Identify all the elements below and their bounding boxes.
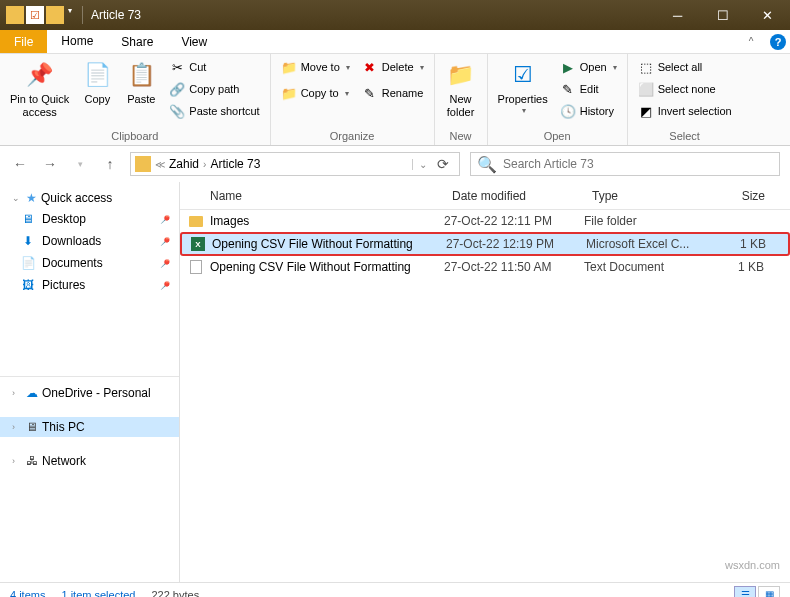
close-button[interactable]: ✕ xyxy=(745,0,790,30)
paste-shortcut-button[interactable]: 📎Paste shortcut xyxy=(165,101,263,121)
nav-this-pc[interactable]: ›🖥This PC xyxy=(0,417,179,437)
search-box[interactable]: 🔍 xyxy=(470,152,780,176)
file-icon: X xyxy=(190,236,206,252)
file-list: Name Date modified Type Size Images27-Oc… xyxy=(180,182,790,582)
rename-icon: ✎ xyxy=(362,85,378,101)
file-name: Opening CSV File Without Formatting xyxy=(210,260,411,274)
edit-button[interactable]: ✎Edit xyxy=(556,79,621,99)
status-bar: 4 items 1 item selected 222 bytes ☰ ▦ xyxy=(0,582,790,597)
copy-button[interactable]: 📄 Copy xyxy=(77,57,117,108)
pin-icon: 📍 xyxy=(157,233,173,249)
status-selected: 1 item selected xyxy=(61,589,135,598)
column-type[interactable]: Type xyxy=(584,189,704,203)
status-size: 222 bytes xyxy=(151,589,199,598)
history-dropdown[interactable]: ⌄ xyxy=(412,159,427,170)
nav-documents[interactable]: 📄Documents📍 xyxy=(0,252,179,274)
delete-button[interactable]: ✖Delete▾ xyxy=(358,57,428,77)
maximize-button[interactable]: ☐ xyxy=(700,0,745,30)
cut-button[interactable]: ✂Cut xyxy=(165,57,263,77)
chevron-down-icon: ▾ xyxy=(345,89,349,98)
file-type: Text Document xyxy=(584,260,704,274)
minimize-button[interactable]: ─ xyxy=(655,0,700,30)
select-none-button[interactable]: ⬜Select none xyxy=(634,79,736,99)
details-view-button[interactable]: ☰ xyxy=(734,586,756,598)
path-segment[interactable]: Article 73 xyxy=(210,157,260,171)
invert-selection-button[interactable]: ◩Invert selection xyxy=(634,101,736,121)
thumbnails-view-button[interactable]: ▦ xyxy=(758,586,780,598)
desktop-icon: 🖥 xyxy=(20,211,36,227)
copy-icon: 📄 xyxy=(81,59,113,91)
qat-icon[interactable]: ☑ xyxy=(26,6,44,24)
tab-view[interactable]: View xyxy=(167,30,221,53)
help-button[interactable]: ? xyxy=(766,30,790,53)
refresh-button[interactable]: ⟳ xyxy=(431,154,455,174)
column-size[interactable]: Size xyxy=(704,189,774,203)
new-folder-button[interactable]: 📁 New folder xyxy=(441,57,481,121)
chevron-icon[interactable]: ≪ xyxy=(155,159,165,170)
search-input[interactable] xyxy=(503,157,773,171)
chevron-down-icon: ▾ xyxy=(522,106,526,116)
cut-icon: ✂ xyxy=(169,59,185,75)
column-date[interactable]: Date modified xyxy=(444,189,584,203)
select-none-icon: ⬜ xyxy=(638,81,654,97)
history-icon: 🕓 xyxy=(560,103,576,119)
select-all-button[interactable]: ⬚Select all xyxy=(634,57,736,77)
breadcrumb[interactable]: ≪ Zahid › Article 73 ⌄ ⟳ xyxy=(130,152,460,176)
group-open: ☑ Properties ▾ ▶Open▾ ✎Edit 🕓History Ope… xyxy=(488,54,628,145)
folder-icon xyxy=(46,6,64,24)
file-name: Opening CSV File Without Formatting xyxy=(212,237,413,251)
ribbon: 📌 Pin to Quick access 📄 Copy 📋 Paste ✂Cu… xyxy=(0,54,790,146)
file-icon xyxy=(188,213,204,229)
recent-button[interactable]: ▾ xyxy=(70,154,90,174)
tab-file[interactable]: File xyxy=(0,30,47,53)
up-button[interactable]: ↑ xyxy=(100,154,120,174)
file-row[interactable]: Opening CSV File Without Formatting27-Oc… xyxy=(180,256,790,278)
back-button[interactable]: ← xyxy=(10,154,30,174)
file-row[interactable]: Images27-Oct-22 12:11 PMFile folder xyxy=(180,210,790,232)
nav-desktop[interactable]: 🖥Desktop📍 xyxy=(0,208,179,230)
file-type: File folder xyxy=(584,214,704,228)
folder-icon xyxy=(6,6,24,24)
forward-button[interactable]: → xyxy=(40,154,60,174)
file-size: 1 KB xyxy=(706,237,776,251)
properties-button[interactable]: ☑ Properties ▾ xyxy=(494,57,552,118)
file-date: 27-Oct-22 12:11 PM xyxy=(444,214,584,228)
pictures-icon: 🖼 xyxy=(20,277,36,293)
column-name[interactable]: Name xyxy=(180,189,444,203)
tab-share[interactable]: Share xyxy=(107,30,167,53)
paste-icon: 📋 xyxy=(125,59,157,91)
paste-button[interactable]: 📋 Paste xyxy=(121,57,161,108)
group-label: New xyxy=(441,128,481,142)
invert-icon: ◩ xyxy=(638,103,654,119)
path-segment[interactable]: Zahid xyxy=(169,157,199,171)
chevron-down-icon: ▾ xyxy=(420,63,424,72)
move-to-button[interactable]: 📁Move to▾ xyxy=(277,57,354,77)
nav-network[interactable]: ›🖧Network xyxy=(0,451,179,471)
pin-to-quick-access-button[interactable]: 📌 Pin to Quick access xyxy=(6,57,73,121)
file-type: Microsoft Excel C... xyxy=(586,237,706,251)
quick-access-section[interactable]: ⌄★Quick access xyxy=(0,188,179,208)
collapse-ribbon-button[interactable]: ^ xyxy=(736,30,766,53)
chevron-icon[interactable]: › xyxy=(203,159,206,170)
tab-home[interactable]: Home xyxy=(47,30,107,53)
copy-to-icon: 📁 xyxy=(281,85,297,101)
copy-path-button[interactable]: 🔗Copy path xyxy=(165,79,263,99)
open-button[interactable]: ▶Open▾ xyxy=(556,57,621,77)
nav-onedrive[interactable]: ›☁OneDrive - Personal xyxy=(0,383,179,403)
title-bar: ☑ ▾ Article 73 ─ ☐ ✕ xyxy=(0,0,790,30)
file-row[interactable]: XOpening CSV File Without Formatting27-O… xyxy=(180,232,790,256)
history-button[interactable]: 🕓History xyxy=(556,101,621,121)
nav-downloads[interactable]: ⬇Downloads📍 xyxy=(0,230,179,252)
qat: ☑ ▾ xyxy=(0,6,78,24)
pin-icon: 📌 xyxy=(24,59,56,91)
copy-to-button[interactable]: 📁Copy to▾ xyxy=(277,83,354,103)
chevron-down-icon[interactable]: ▾ xyxy=(68,6,72,24)
downloads-icon: ⬇ xyxy=(20,233,36,249)
move-icon: 📁 xyxy=(281,59,297,75)
rename-button[interactable]: ✎Rename xyxy=(358,83,428,103)
address-bar: ← → ▾ ↑ ≪ Zahid › Article 73 ⌄ ⟳ 🔍 xyxy=(0,146,790,182)
copy-path-icon: 🔗 xyxy=(169,81,185,97)
group-clipboard: 📌 Pin to Quick access 📄 Copy 📋 Paste ✂Cu… xyxy=(0,54,271,145)
nav-pictures[interactable]: 🖼Pictures📍 xyxy=(0,274,179,296)
separator xyxy=(82,6,83,24)
